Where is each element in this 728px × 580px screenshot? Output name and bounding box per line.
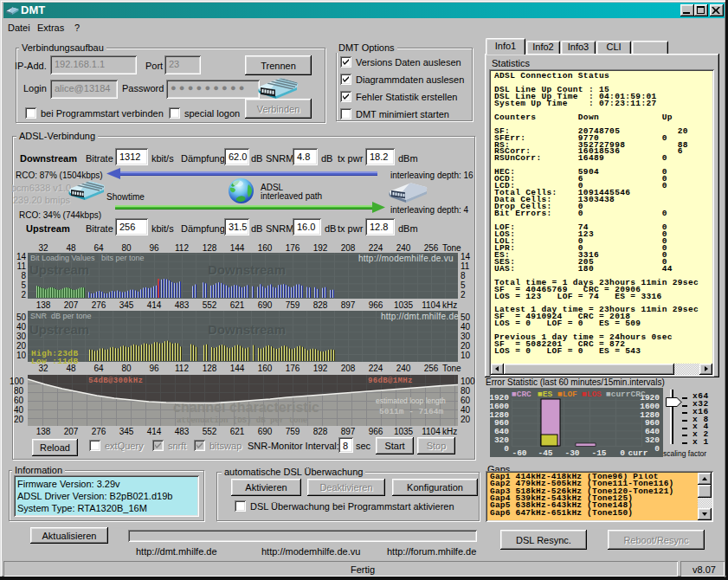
svg-text:-30: -30 — [564, 448, 579, 457]
svg-text:-45: -45 — [538, 448, 552, 457]
svg-text:5011m - 7164m: 5011m - 7164m — [379, 407, 443, 416]
svg-text:-15: -15 — [591, 448, 606, 457]
svg-text:Downstream: Downstream — [208, 322, 286, 337]
svg-text:0: 0 — [504, 444, 509, 454]
svg-text:Downstream: Downstream — [208, 262, 286, 277]
svg-text:0: 0 — [654, 444, 660, 454]
svg-text:estimated loop length: estimated loop length — [376, 396, 446, 405]
svg-text:■LOS: ■LOS — [582, 390, 602, 399]
svg-text:Upstream: Upstream — [29, 262, 89, 277]
svg-text:■LOF: ■LOF — [557, 390, 577, 399]
svg-text:-60: -60 — [512, 448, 526, 457]
svg-text:attenuation (DS) dB per tone: attenuation (DS) dB per tone — [177, 416, 307, 425]
svg-text:■CRC: ■CRC — [512, 390, 532, 399]
svg-text:curr: curr — [628, 448, 648, 457]
svg-text:0: 0 — [620, 448, 625, 457]
svg-text:Upstream: Upstream — [29, 322, 89, 337]
svg-text:■ES: ■ES — [538, 390, 552, 399]
svg-text:■currCRC: ■currCRC — [606, 390, 646, 399]
